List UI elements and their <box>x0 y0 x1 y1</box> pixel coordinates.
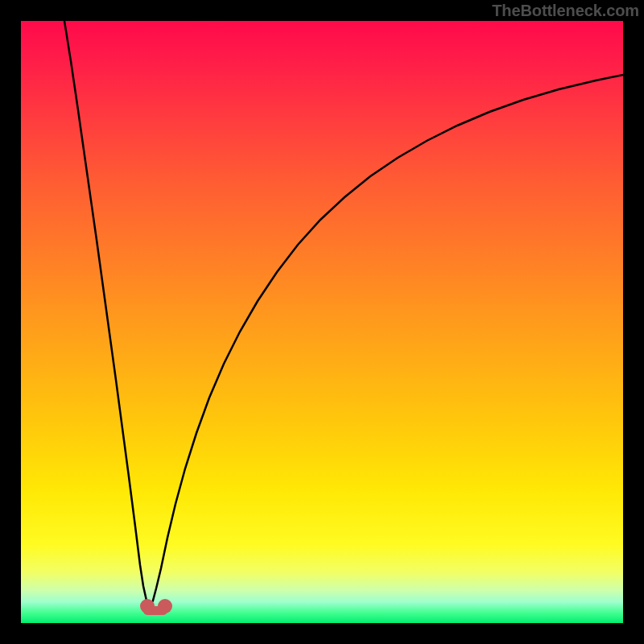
bottleneck-curve-path <box>64 21 623 607</box>
chart-frame: TheBottleneck.com <box>0 0 644 644</box>
plot-area <box>21 21 623 623</box>
watermark-text: TheBottleneck.com <box>492 2 639 20</box>
bottleneck-curve <box>21 21 623 623</box>
minimum-marker-base <box>143 606 167 615</box>
